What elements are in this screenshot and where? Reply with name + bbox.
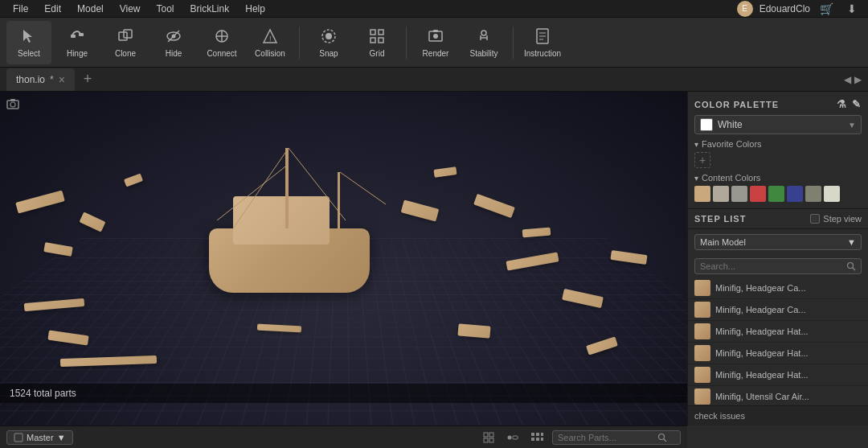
view-grid-icon[interactable] xyxy=(504,429,522,446)
parts-search-input[interactable] xyxy=(558,433,654,442)
user-avatar: E xyxy=(737,1,753,17)
user-name: EdouardClo xyxy=(760,3,810,14)
content-color-6[interactable] xyxy=(805,186,821,202)
favorite-colors-title: Favorite Colors xyxy=(694,139,862,149)
step-list-item[interactable]: Minifig, Headgear Hat... xyxy=(688,364,868,386)
color-selector[interactable]: White ▼ xyxy=(694,115,862,134)
svg-line-28 xyxy=(289,148,346,220)
step-view-checkbox[interactable]: Step view xyxy=(810,214,862,224)
grid-tool[interactable]: Grid xyxy=(354,21,399,64)
connect-icon xyxy=(212,27,231,46)
svg-rect-42 xyxy=(513,436,518,439)
model-dropdown-arrow: ▼ xyxy=(847,237,856,247)
bottom-toolbar: Master ▼ xyxy=(0,425,687,448)
3d-viewport[interactable]: 1524 total parts xyxy=(0,92,687,425)
svg-rect-4 xyxy=(124,30,132,38)
parts-count: 1524 total parts xyxy=(10,388,76,399)
render-icon xyxy=(426,27,445,46)
camera-icon[interactable] xyxy=(6,98,19,112)
menu-edit[interactable]: Edit xyxy=(38,2,68,16)
svg-rect-37 xyxy=(484,433,488,437)
menu-tool[interactable]: Tool xyxy=(150,2,181,16)
svg-rect-38 xyxy=(489,433,493,437)
connect-label: Connect xyxy=(207,49,236,58)
select-icon xyxy=(19,27,39,46)
snap-label: Snap xyxy=(319,49,338,58)
clone-tool[interactable]: Clone xyxy=(103,21,148,64)
tab-modified-indicator: * xyxy=(50,74,54,85)
content-color-3[interactable] xyxy=(750,186,766,202)
svg-rect-47 xyxy=(541,433,543,436)
step-list-item[interactable]: Minifig, Headgear Ca... xyxy=(688,299,868,321)
grid-icon xyxy=(367,27,387,46)
view-list-icon[interactable] xyxy=(480,429,497,446)
model-select[interactable]: Main Model ▼ xyxy=(694,234,862,250)
content-color-0[interactable] xyxy=(694,186,710,202)
menu-bar: File Edit Model View Tool BrickLink Help… xyxy=(0,0,868,18)
master-model-select[interactable]: Master ▼ xyxy=(6,430,73,445)
step-item-label: Minifig, Headgear Ca... xyxy=(715,305,806,314)
step-item-label: Minifig, Headgear Hat... xyxy=(715,348,809,358)
toolbar: Select Hinge Clone Hide Connect ! Collis… xyxy=(0,18,868,68)
parts-search-bar[interactable] xyxy=(552,430,681,445)
view-detail-icon[interactable] xyxy=(528,429,546,446)
instruction-label: Instruction xyxy=(524,49,561,58)
svg-point-49 xyxy=(659,434,665,439)
check-issues-label: check issues xyxy=(694,411,745,421)
snap-tool[interactable]: Snap xyxy=(306,21,351,64)
menu-help[interactable]: Help xyxy=(239,2,272,16)
svg-point-41 xyxy=(508,435,512,439)
step-item-label: Minifig, Headgear Hat... xyxy=(715,327,809,336)
collision-tool[interactable]: ! Collision xyxy=(248,21,293,64)
step-list-item[interactable]: Minifig, Headgear Hat... xyxy=(688,321,868,343)
parts-search-icon xyxy=(657,433,667,442)
select-tool[interactable]: Select xyxy=(6,21,51,64)
svg-rect-43 xyxy=(531,433,534,436)
content-color-4[interactable] xyxy=(768,186,784,202)
color-palette-title: COLOR PALETTE ⚗ ✎ xyxy=(694,98,862,110)
svg-rect-1 xyxy=(71,35,76,38)
tab-thon[interactable]: thon.io * × xyxy=(6,68,75,91)
menu-bricklink[interactable]: BrickLink xyxy=(184,2,236,16)
collision-icon: ! xyxy=(260,27,280,46)
menu-view[interactable]: View xyxy=(113,2,147,16)
connect-tool[interactable]: Connect xyxy=(199,21,244,64)
step-list-item[interactable]: Minifig, Utensil Car Air... xyxy=(688,386,868,405)
svg-point-34 xyxy=(848,263,854,269)
add-favorite-color-btn[interactable]: + xyxy=(694,152,710,168)
download-icon[interactable]: ⬇ xyxy=(842,1,862,17)
content-color-7[interactable] xyxy=(824,186,840,202)
step-view-check-box[interactable] xyxy=(810,214,820,224)
step-thumbnail xyxy=(694,323,710,339)
color-dropdown-arrow: ▼ xyxy=(848,121,856,129)
svg-text:!: ! xyxy=(269,35,272,43)
instruction-icon xyxy=(533,27,552,46)
render-tool[interactable]: Render xyxy=(413,21,458,64)
cart-icon[interactable]: 🛒 xyxy=(817,1,836,17)
hinge-tool[interactable]: Hinge xyxy=(55,21,100,64)
step-search-bar[interactable] xyxy=(694,258,862,274)
stability-tool[interactable]: Stability xyxy=(461,21,506,64)
step-item-label: Minifig, Headgear Ca... xyxy=(715,283,806,293)
tab-name: thon.io xyxy=(16,74,45,85)
step-list-item[interactable]: Minifig, Headgear Ca... xyxy=(688,277,868,299)
menu-file[interactable]: File xyxy=(6,2,35,16)
svg-rect-40 xyxy=(489,438,493,442)
instruction-tool[interactable]: Instruction xyxy=(520,21,565,64)
step-list: Minifig, Headgear Ca... Minifig, Headgea… xyxy=(688,277,868,405)
content-color-2[interactable] xyxy=(731,186,747,202)
step-list-item[interactable]: Minifig, Headgear Hat... xyxy=(688,343,868,364)
edit-palette-icon[interactable]: ✎ xyxy=(852,98,862,110)
content-color-5[interactable] xyxy=(787,186,803,202)
tab-nav-right[interactable]: ▶ xyxy=(854,74,862,85)
check-issues[interactable]: check issues xyxy=(688,405,868,425)
step-thumbnail xyxy=(694,345,710,361)
step-search-input[interactable] xyxy=(700,261,843,271)
tab-close-button[interactable]: × xyxy=(59,74,65,85)
tab-nav-left[interactable]: ◀ xyxy=(844,74,851,85)
filter-icon[interactable]: ⚗ xyxy=(837,98,847,110)
hide-tool[interactable]: Hide xyxy=(151,21,196,64)
content-color-1[interactable] xyxy=(713,186,729,202)
tab-add-button[interactable]: + xyxy=(78,70,97,89)
menu-model[interactable]: Model xyxy=(71,2,110,16)
